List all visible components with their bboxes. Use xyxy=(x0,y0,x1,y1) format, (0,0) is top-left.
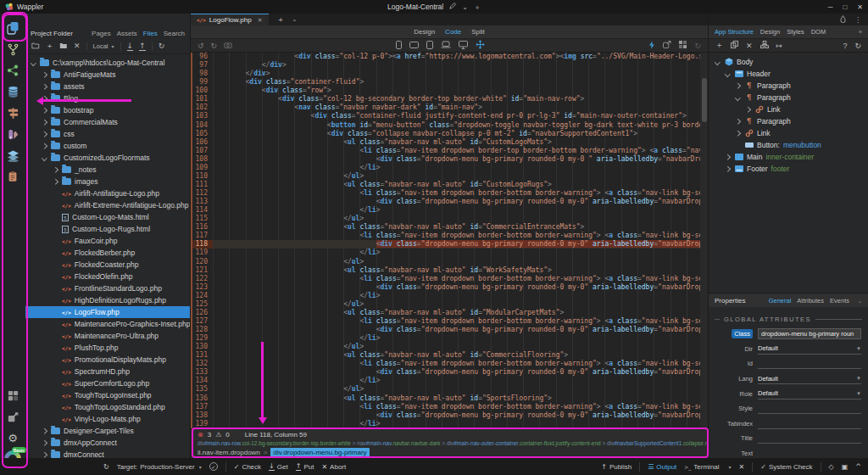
scrollbar-thumb[interactable] xyxy=(702,78,707,122)
code-line[interactable]: 129 </li> xyxy=(191,334,708,343)
code-line[interactable]: 104 <button id="menu-button" class="drop… xyxy=(191,121,708,130)
file-tree-item[interactable]: C:\xampp\htdocs\Logo-Mat-Central xyxy=(25,57,190,69)
code-line[interactable]: 132 <li class="nav-item dropdown border-… xyxy=(191,360,708,368)
code-line[interactable]: 101 <div class="col-12 bg-secondary bord… xyxy=(191,95,708,103)
app-tree-item-button[interactable]: Button:menubutton xyxy=(709,139,868,151)
code-line[interactable]: 113 <div class="dropdown-menu bg-primary… xyxy=(191,198,708,206)
clipboard-icon[interactable] xyxy=(5,169,20,184)
new-tab-button[interactable]: ＋ xyxy=(277,14,285,25)
minimize-button[interactable]: ─ xyxy=(828,3,833,11)
modules-icon[interactable] xyxy=(5,409,20,424)
mode-tab-code[interactable]: Code xyxy=(445,28,461,36)
file-tree-item[interactable]: 5Custom-Logo-Mats.html xyxy=(25,211,190,223)
property-select-role[interactable]: Default▼ xyxy=(758,388,861,400)
project-tab-assets[interactable]: Assets xyxy=(117,30,137,37)
panel-tab-styles[interactable]: Styles xyxy=(787,28,804,36)
file-tree-item[interactable]: </>FrontlineStandardLogo.php xyxy=(25,282,190,294)
properties-tab-attributes[interactable]: Attributes xyxy=(797,297,824,305)
tab-list-dropdown-icon[interactable]: ⌄ xyxy=(292,16,298,23)
settings-gear-icon[interactable]: ⚙ xyxy=(5,430,20,445)
chevron-right-icon[interactable] xyxy=(41,428,47,434)
terminal-button[interactable]: >_Terminal xyxy=(684,463,719,471)
code-line[interactable]: 118 <div class="dropdown-menu bg-primary… xyxy=(191,240,708,249)
file-tree-item[interactable]: </>MaintenancePro-Graphics-Inset.php xyxy=(25,318,190,330)
responsive-resize-icon[interactable] xyxy=(476,40,485,51)
quick-actions-icon[interactable] xyxy=(648,41,655,51)
layout-grid-icon[interactable] xyxy=(679,41,687,50)
design-palette-icon[interactable] xyxy=(5,126,20,142)
database-icon[interactable] xyxy=(5,84,20,99)
file-tree-item[interactable]: </>PromotionalDisplayMats.php xyxy=(25,354,190,366)
collapse-tree-icon[interactable]: ↦ xyxy=(776,42,783,50)
maximize-button[interactable]: □ xyxy=(843,3,847,11)
refresh-structure-icon[interactable]: ↻ xyxy=(854,42,861,50)
code-line[interactable]: 108 <div class="dropdown-menu bg-primary… xyxy=(191,155,708,164)
file-tree-item[interactable]: </>MaintenancePro-Ultra.php xyxy=(25,330,190,342)
mode-tab-design[interactable]: Design xyxy=(414,28,435,36)
share-nodes-icon[interactable] xyxy=(5,63,20,78)
structure-map-icon[interactable] xyxy=(760,41,769,50)
property-input-class[interactable]: dropdown-menu bg-primary roun xyxy=(758,328,861,339)
edit-project-icon[interactable] xyxy=(449,3,456,11)
file-tree-item[interactable]: </>FlockedBerber.php xyxy=(25,247,190,259)
code-line[interactable]: 130 </ul> xyxy=(191,343,708,351)
property-input-style[interactable] xyxy=(758,403,861,414)
code-line[interactable]: 103 <div class="container-fluid justify-… xyxy=(191,112,708,120)
code-line[interactable]: 128 <div class="dropdown-menu bg-primary… xyxy=(191,326,708,334)
theme-droplet-icon[interactable] xyxy=(840,15,846,25)
file-tree-item[interactable]: </>Airlift-Extreme-Antifatigue-Logo.php xyxy=(25,199,190,211)
duplicate-element-icon[interactable] xyxy=(731,41,738,50)
project-tab-search[interactable]: Search xyxy=(164,30,185,37)
app-tree-item-header[interactable]: Header xyxy=(709,68,868,80)
chevron-right-icon[interactable] xyxy=(52,166,58,173)
code-line[interactable]: 107 <li class="nav-item dropdown border-… xyxy=(191,147,708,155)
code-line[interactable]: 105 <div class="collapse navbar-collapse… xyxy=(191,130,708,138)
chevron-right-icon[interactable] xyxy=(724,165,731,172)
file-tree-item[interactable]: </>SuperComfortLogo.php xyxy=(25,377,190,389)
debug-icon[interactable]: ▣ xyxy=(842,463,849,471)
file-tree-item[interactable]: </>FauxCoir.php xyxy=(25,235,190,247)
new-project-icon[interactable]: ＋ xyxy=(474,3,481,12)
code-line[interactable]: 120 </ul> xyxy=(191,258,708,266)
app-tree-item-footer[interactable]: Footerfooter xyxy=(709,163,868,175)
refresh-view-icon[interactable]: ↻ xyxy=(694,42,701,50)
code-line[interactable]: 106 <ul class="navbar-nav ml-auto" id="C… xyxy=(191,138,708,147)
code-line[interactable]: 96 <div class="col-12 p-0"><a href="http… xyxy=(191,53,708,61)
file-tree-item[interactable]: custom xyxy=(25,140,190,152)
code-line[interactable]: 102 <nav class="navbar navbar-dark" id="… xyxy=(191,103,708,112)
chevron-right-icon[interactable] xyxy=(734,82,741,89)
chevron-right-icon[interactable] xyxy=(41,439,47,446)
undo-icon[interactable]: ↺ xyxy=(198,42,204,50)
system-check-button[interactable]: ✓System Check xyxy=(760,463,812,471)
code-line[interactable]: 109 </li> xyxy=(191,164,708,172)
app-tree-item-link[interactable]: Link xyxy=(709,103,868,115)
delete-file-icon[interactable]: ✕ xyxy=(74,42,81,50)
target-sync-icon[interactable]: ↻ xyxy=(103,463,109,471)
device-tablet-landscape-icon[interactable] xyxy=(409,42,419,50)
close-output-icon[interactable]: ✕ xyxy=(739,463,745,471)
panel-tabs-overflow-icon[interactable]: » xyxy=(859,28,862,36)
code-line[interactable]: 131 <ul class="navbar-nav ml-auto" id="C… xyxy=(191,351,708,360)
code-line[interactable]: 100 <div class="row"> xyxy=(191,87,708,95)
device-tablet-icon[interactable] xyxy=(426,41,433,51)
terminal-dropdown-icon[interactable]: ▾ xyxy=(729,464,732,470)
more-options-icon[interactable]: ⋮ xyxy=(854,16,861,24)
code-line[interactable]: 115 </ul> xyxy=(191,215,708,223)
chevron-right-icon[interactable] xyxy=(41,71,47,78)
properties-tab-events[interactable]: Events xyxy=(830,297,849,305)
signpost-icon[interactable] xyxy=(5,105,20,120)
code-line[interactable]: 134 </li> xyxy=(191,377,708,385)
code-line[interactable]: 123 <div class="dropdown-menu bg-primary… xyxy=(191,283,708,292)
panel-expand-icon[interactable]: ^ xyxy=(855,463,861,471)
file-tree-item[interactable]: images xyxy=(25,176,190,187)
app-tree-item-body[interactable]: Body xyxy=(709,56,868,68)
panel-tab-dom[interactable]: DOM xyxy=(811,28,826,36)
breadcrumb-parent[interactable]: li.nav-item.dropdown xyxy=(198,449,260,456)
file-tree-item[interactable]: Designer-Carpet-Tiles xyxy=(25,425,190,437)
chevron-right-icon[interactable] xyxy=(41,142,47,149)
put-button[interactable]: ↑Put xyxy=(296,462,314,471)
code-line[interactable]: 127 <li class="nav-item dropdown border-… xyxy=(191,317,708,326)
chevron-down-icon[interactable] xyxy=(714,59,721,65)
breadcrumb-selected[interactable]: div.dropdown-menu.bg-primary xyxy=(270,448,369,457)
file-tree-item[interactable]: </>Vinyl-Logo-Mats.php xyxy=(25,413,190,425)
